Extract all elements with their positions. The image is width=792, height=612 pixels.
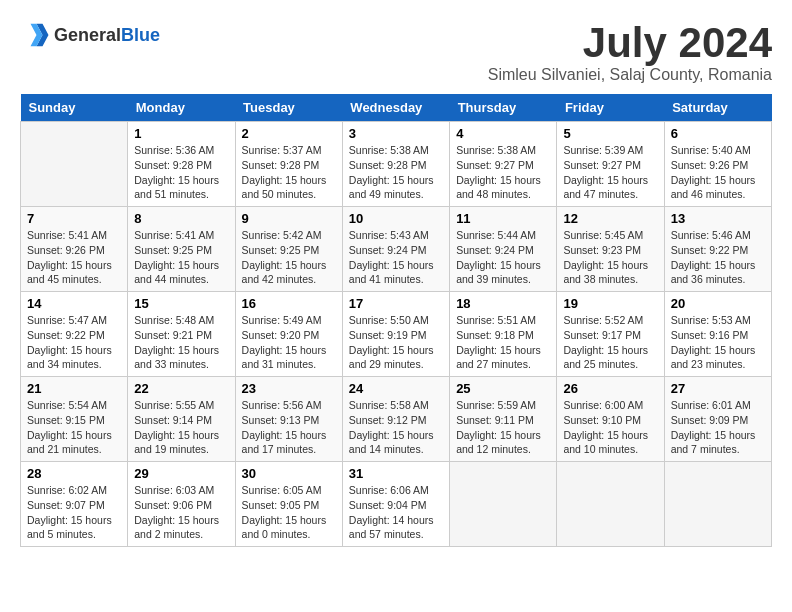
calendar-cell: 6Sunrise: 5:40 AM Sunset: 9:26 PM Daylig… [664, 122, 771, 207]
location-title: Simleu Silvaniei, Salaj County, Romania [488, 66, 772, 84]
calendar-cell: 25Sunrise: 5:59 AM Sunset: 9:11 PM Dayli… [450, 377, 557, 462]
day-info: Sunrise: 6:05 AM Sunset: 9:05 PM Dayligh… [242, 483, 336, 542]
day-number: 31 [349, 466, 443, 481]
calendar-cell: 21Sunrise: 5:54 AM Sunset: 9:15 PM Dayli… [21, 377, 128, 462]
day-number: 26 [563, 381, 657, 396]
day-info: Sunrise: 5:53 AM Sunset: 9:16 PM Dayligh… [671, 313, 765, 372]
calendar-cell: 31Sunrise: 6:06 AM Sunset: 9:04 PM Dayli… [342, 462, 449, 547]
calendar-cell: 7Sunrise: 5:41 AM Sunset: 9:26 PM Daylig… [21, 207, 128, 292]
day-number: 16 [242, 296, 336, 311]
calendar-cell: 17Sunrise: 5:50 AM Sunset: 9:19 PM Dayli… [342, 292, 449, 377]
calendar-week-row: 1Sunrise: 5:36 AM Sunset: 9:28 PM Daylig… [21, 122, 772, 207]
calendar-header-day: Friday [557, 94, 664, 122]
day-info: Sunrise: 6:01 AM Sunset: 9:09 PM Dayligh… [671, 398, 765, 457]
day-info: Sunrise: 5:47 AM Sunset: 9:22 PM Dayligh… [27, 313, 121, 372]
day-number: 28 [27, 466, 121, 481]
day-info: Sunrise: 5:50 AM Sunset: 9:19 PM Dayligh… [349, 313, 443, 372]
day-info: Sunrise: 5:54 AM Sunset: 9:15 PM Dayligh… [27, 398, 121, 457]
day-number: 5 [563, 126, 657, 141]
day-number: 29 [134, 466, 228, 481]
day-info: Sunrise: 5:44 AM Sunset: 9:24 PM Dayligh… [456, 228, 550, 287]
day-info: Sunrise: 5:42 AM Sunset: 9:25 PM Dayligh… [242, 228, 336, 287]
day-number: 9 [242, 211, 336, 226]
calendar-cell: 9Sunrise: 5:42 AM Sunset: 9:25 PM Daylig… [235, 207, 342, 292]
calendar-cell: 24Sunrise: 5:58 AM Sunset: 9:12 PM Dayli… [342, 377, 449, 462]
day-number: 13 [671, 211, 765, 226]
day-info: Sunrise: 5:36 AM Sunset: 9:28 PM Dayligh… [134, 143, 228, 202]
day-number: 7 [27, 211, 121, 226]
day-info: Sunrise: 5:40 AM Sunset: 9:26 PM Dayligh… [671, 143, 765, 202]
calendar-cell [557, 462, 664, 547]
calendar-cell: 13Sunrise: 5:46 AM Sunset: 9:22 PM Dayli… [664, 207, 771, 292]
logo-icon [20, 20, 50, 50]
calendar-cell: 15Sunrise: 5:48 AM Sunset: 9:21 PM Dayli… [128, 292, 235, 377]
calendar-week-row: 14Sunrise: 5:47 AM Sunset: 9:22 PM Dayli… [21, 292, 772, 377]
day-number: 25 [456, 381, 550, 396]
day-number: 23 [242, 381, 336, 396]
day-number: 20 [671, 296, 765, 311]
day-info: Sunrise: 5:45 AM Sunset: 9:23 PM Dayligh… [563, 228, 657, 287]
day-info: Sunrise: 6:06 AM Sunset: 9:04 PM Dayligh… [349, 483, 443, 542]
calendar-header-day: Thursday [450, 94, 557, 122]
calendar-cell: 11Sunrise: 5:44 AM Sunset: 9:24 PM Dayli… [450, 207, 557, 292]
day-number: 1 [134, 126, 228, 141]
day-number: 15 [134, 296, 228, 311]
calendar-cell [664, 462, 771, 547]
logo-text-blue: Blue [121, 25, 160, 45]
logo: GeneralBlue [20, 20, 160, 50]
calendar-header-day: Monday [128, 94, 235, 122]
day-info: Sunrise: 6:03 AM Sunset: 9:06 PM Dayligh… [134, 483, 228, 542]
day-number: 30 [242, 466, 336, 481]
calendar-cell [450, 462, 557, 547]
day-number: 14 [27, 296, 121, 311]
day-number: 22 [134, 381, 228, 396]
day-info: Sunrise: 5:58 AM Sunset: 9:12 PM Dayligh… [349, 398, 443, 457]
day-info: Sunrise: 5:51 AM Sunset: 9:18 PM Dayligh… [456, 313, 550, 372]
day-info: Sunrise: 5:39 AM Sunset: 9:27 PM Dayligh… [563, 143, 657, 202]
calendar-cell: 22Sunrise: 5:55 AM Sunset: 9:14 PM Dayli… [128, 377, 235, 462]
calendar-cell: 30Sunrise: 6:05 AM Sunset: 9:05 PM Dayli… [235, 462, 342, 547]
calendar-cell: 10Sunrise: 5:43 AM Sunset: 9:24 PM Dayli… [342, 207, 449, 292]
day-info: Sunrise: 5:43 AM Sunset: 9:24 PM Dayligh… [349, 228, 443, 287]
calendar-cell: 29Sunrise: 6:03 AM Sunset: 9:06 PM Dayli… [128, 462, 235, 547]
month-title: July 2024 [488, 20, 772, 66]
day-info: Sunrise: 6:00 AM Sunset: 9:10 PM Dayligh… [563, 398, 657, 457]
calendar-cell: 28Sunrise: 6:02 AM Sunset: 9:07 PM Dayli… [21, 462, 128, 547]
calendar-header-row: SundayMondayTuesdayWednesdayThursdayFrid… [21, 94, 772, 122]
day-info: Sunrise: 5:52 AM Sunset: 9:17 PM Dayligh… [563, 313, 657, 372]
day-info: Sunrise: 5:41 AM Sunset: 9:26 PM Dayligh… [27, 228, 121, 287]
day-number: 27 [671, 381, 765, 396]
day-info: Sunrise: 5:48 AM Sunset: 9:21 PM Dayligh… [134, 313, 228, 372]
calendar-cell [21, 122, 128, 207]
calendar-cell: 16Sunrise: 5:49 AM Sunset: 9:20 PM Dayli… [235, 292, 342, 377]
calendar-cell: 2Sunrise: 5:37 AM Sunset: 9:28 PM Daylig… [235, 122, 342, 207]
calendar-week-row: 7Sunrise: 5:41 AM Sunset: 9:26 PM Daylig… [21, 207, 772, 292]
calendar-cell: 18Sunrise: 5:51 AM Sunset: 9:18 PM Dayli… [450, 292, 557, 377]
day-number: 19 [563, 296, 657, 311]
calendar-cell: 12Sunrise: 5:45 AM Sunset: 9:23 PM Dayli… [557, 207, 664, 292]
calendar-header-day: Wednesday [342, 94, 449, 122]
day-info: Sunrise: 5:56 AM Sunset: 9:13 PM Dayligh… [242, 398, 336, 457]
day-number: 3 [349, 126, 443, 141]
calendar-header-day: Tuesday [235, 94, 342, 122]
calendar-cell: 1Sunrise: 5:36 AM Sunset: 9:28 PM Daylig… [128, 122, 235, 207]
day-info: Sunrise: 5:38 AM Sunset: 9:28 PM Dayligh… [349, 143, 443, 202]
calendar-cell: 4Sunrise: 5:38 AM Sunset: 9:27 PM Daylig… [450, 122, 557, 207]
day-number: 10 [349, 211, 443, 226]
calendar-header-day: Sunday [21, 94, 128, 122]
calendar-cell: 8Sunrise: 5:41 AM Sunset: 9:25 PM Daylig… [128, 207, 235, 292]
page-header: GeneralBlue July 2024 Simleu Silvaniei, … [20, 20, 772, 84]
calendar-week-row: 21Sunrise: 5:54 AM Sunset: 9:15 PM Dayli… [21, 377, 772, 462]
day-info: Sunrise: 5:49 AM Sunset: 9:20 PM Dayligh… [242, 313, 336, 372]
day-number: 18 [456, 296, 550, 311]
day-info: Sunrise: 5:38 AM Sunset: 9:27 PM Dayligh… [456, 143, 550, 202]
day-number: 4 [456, 126, 550, 141]
calendar-cell: 3Sunrise: 5:38 AM Sunset: 9:28 PM Daylig… [342, 122, 449, 207]
day-number: 2 [242, 126, 336, 141]
day-number: 24 [349, 381, 443, 396]
logo-text-general: General [54, 25, 121, 45]
day-info: Sunrise: 6:02 AM Sunset: 9:07 PM Dayligh… [27, 483, 121, 542]
day-info: Sunrise: 5:59 AM Sunset: 9:11 PM Dayligh… [456, 398, 550, 457]
calendar-cell: 27Sunrise: 6:01 AM Sunset: 9:09 PM Dayli… [664, 377, 771, 462]
calendar-table: SundayMondayTuesdayWednesdayThursdayFrid… [20, 94, 772, 547]
